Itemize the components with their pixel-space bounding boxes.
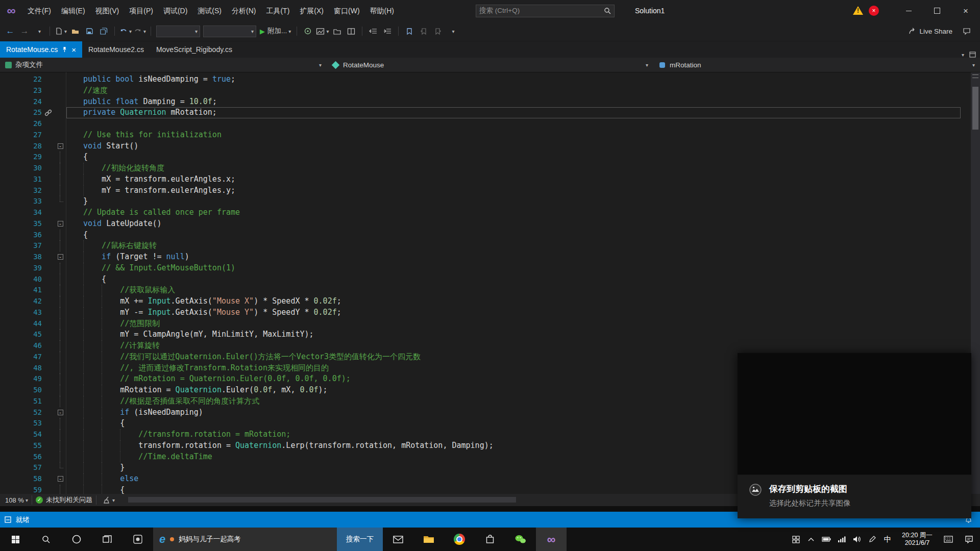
- glyph-margin[interactable]: [0, 185, 23, 196]
- glyph-margin[interactable]: [0, 407, 23, 418]
- tab-RotateMouse2-cs[interactable]: RotateMouse2.cs: [82, 41, 150, 58]
- glyph-margin[interactable]: [0, 473, 23, 485]
- glyph-margin[interactable]: [0, 174, 23, 185]
- code-line-37[interactable]: 37//鼠标右键旋转: [0, 240, 971, 252]
- code-line-34[interactable]: 34// Update is called once per frame: [0, 207, 971, 218]
- taskbar-app-icon[interactable]: [122, 528, 153, 551]
- taskbar-clock[interactable]: 20:20 周一 2021/6/7: [895, 532, 939, 547]
- taskbar-search-icon[interactable]: [31, 528, 61, 551]
- glyph-margin[interactable]: [0, 230, 23, 241]
- start-debug-button[interactable]: ▶ 附加... ▾: [258, 24, 293, 38]
- glyph-margin[interactable]: [0, 207, 23, 218]
- toolbar-overflow-icon[interactable]: ▾: [445, 24, 459, 38]
- pen-icon[interactable]: [865, 528, 880, 551]
- glyph-margin[interactable]: [0, 352, 23, 363]
- frame-debugger-button[interactable]: ▾: [315, 24, 330, 38]
- search-icon[interactable]: [604, 7, 611, 14]
- code-line-23[interactable]: 23//速度: [0, 85, 971, 96]
- fold-box-icon[interactable]: -: [58, 476, 63, 482]
- glyph-margin[interactable]: [0, 274, 23, 285]
- fold-box-icon[interactable]: -: [58, 143, 63, 149]
- vertical-scrollbar[interactable]: [971, 72, 980, 494]
- menu-extensions[interactable]: 扩展(X): [295, 0, 329, 21]
- glyph-margin[interactable]: [0, 252, 23, 263]
- navigate-forward-button[interactable]: →: [17, 24, 32, 38]
- glyph-margin[interactable]: [0, 85, 23, 96]
- code-line-46[interactable]: 46//计算旋转: [0, 340, 971, 352]
- glyph-margin[interactable]: [0, 296, 23, 307]
- close-tab-icon[interactable]: ×: [71, 46, 76, 54]
- navigate-back-button[interactable]: ←: [3, 24, 17, 38]
- touch-keyboard-icon[interactable]: [939, 528, 958, 551]
- screenshot-preview[interactable]: [738, 353, 971, 475]
- menu-analyze[interactable]: 分析(N): [227, 0, 261, 21]
- undo-button[interactable]: ▾: [118, 24, 133, 38]
- action-center-icon[interactable]: [958, 528, 980, 551]
- glyph-margin[interactable]: [0, 452, 23, 463]
- menu-project[interactable]: 项目(P): [124, 0, 158, 21]
- menu-tools[interactable]: 工具(T): [261, 0, 295, 21]
- glyph-margin[interactable]: [0, 196, 23, 207]
- type-dropdown[interactable]: RotateMouse ▾: [327, 58, 653, 72]
- ime-mode-indicator[interactable]: 中: [880, 535, 895, 544]
- glyph-margin[interactable]: [0, 385, 23, 396]
- fold-box-icon[interactable]: -: [58, 254, 63, 260]
- glyph-margin[interactable]: [0, 363, 23, 374]
- project-dropdown[interactable]: 杂项文件 ▾: [0, 58, 327, 72]
- glyph-margin[interactable]: [0, 240, 23, 252]
- glyph-margin[interactable]: [0, 440, 23, 452]
- minimize-button[interactable]: [894, 0, 923, 21]
- glyph-margin[interactable]: [0, 318, 23, 330]
- glyph-margin[interactable]: [0, 396, 23, 407]
- glyph-margin[interactable]: [0, 418, 23, 429]
- menu-help[interactable]: 帮助(H): [365, 0, 399, 21]
- cortana-icon[interactable]: [61, 528, 92, 551]
- new-file-button[interactable]: ▾: [54, 24, 68, 38]
- zoom-control[interactable]: 108 % ▾: [5, 496, 28, 504]
- mail-app-icon[interactable]: [383, 528, 413, 551]
- code-line-22[interactable]: 22public bool isNeedDamping = true;: [0, 74, 971, 85]
- code-cleanup-button[interactable]: ▾: [103, 496, 115, 504]
- glyph-margin[interactable]: [0, 130, 23, 141]
- code-line-28[interactable]: 28-void Start(): [0, 141, 971, 152]
- task-view-icon[interactable]: [92, 528, 122, 551]
- active-files-dropdown-icon[interactable]: ▾: [962, 52, 964, 58]
- code-line-27[interactable]: 27// Use this for initialization: [0, 130, 971, 141]
- scrollbar-thumb[interactable]: [972, 87, 978, 130]
- configuration-combobox[interactable]: ▾: [156, 26, 200, 37]
- volume-icon[interactable]: [849, 528, 865, 551]
- breakpoint-margin[interactable]: [0, 107, 23, 118]
- indent-button[interactable]: [380, 24, 395, 38]
- live-share-button[interactable]: Live Share: [909, 28, 960, 35]
- prev-bookmark-button[interactable]: [416, 24, 431, 38]
- outdent-button[interactable]: [366, 24, 380, 38]
- wechat-icon[interactable]: [505, 528, 536, 551]
- glyph-margin[interactable]: [0, 152, 23, 163]
- hscroll-thumb[interactable]: [128, 497, 516, 503]
- battery-icon[interactable]: [819, 528, 834, 551]
- glyph-margin[interactable]: [0, 96, 23, 108]
- file-explorer-icon[interactable]: [413, 528, 444, 551]
- menu-edit[interactable]: 编辑(E): [56, 0, 90, 21]
- glyph-margin[interactable]: [0, 74, 23, 85]
- feedback-icon[interactable]: [960, 24, 974, 38]
- edge-window-button[interactable]: e 妈妈与儿子一起高考: [153, 528, 337, 551]
- code-line-40[interactable]: 40{: [0, 274, 971, 285]
- code-line-41[interactable]: 41//获取鼠标输入: [0, 285, 971, 296]
- glyph-margin[interactable]: [0, 218, 23, 230]
- toggle-bookmark-button[interactable]: [402, 24, 416, 38]
- save-all-button[interactable]: [96, 24, 111, 38]
- menu-view[interactable]: 视图(V): [90, 0, 125, 21]
- tab-MoveScript-Rigibody-cs[interactable]: MoveScript_Rigibody.cs: [150, 41, 238, 58]
- microsoft-store-icon[interactable]: [475, 528, 505, 551]
- glyph-margin[interactable]: [0, 263, 23, 274]
- code-line-31[interactable]: 31mX = transform.eulerAngles.x;: [0, 174, 971, 185]
- tab-RotateMouse-cs[interactable]: RotateMouse.cs×: [0, 41, 82, 58]
- glyph-margin[interactable]: [0, 285, 23, 296]
- code-line-33[interactable]: 33}: [0, 196, 971, 207]
- tray-grid-icon[interactable]: [788, 528, 803, 551]
- redo-button[interactable]: ▾: [133, 24, 147, 38]
- glyph-margin[interactable]: [0, 307, 23, 318]
- maximize-button[interactable]: [923, 0, 951, 21]
- code-line-32[interactable]: 32mY = transform.eulerAngles.y;: [0, 185, 971, 196]
